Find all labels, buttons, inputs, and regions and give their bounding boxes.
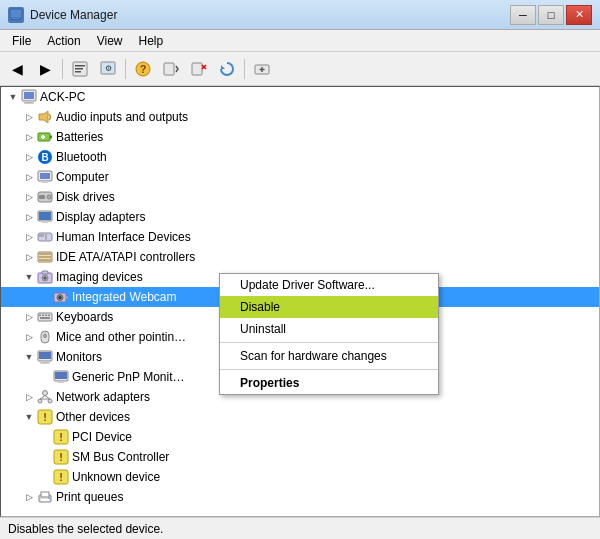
svg-rect-58	[48, 315, 50, 317]
scan-button[interactable]	[158, 56, 184, 82]
pnpmonitor-icon	[53, 369, 69, 385]
main-area: ▼ ACK-PC ▷ Audio inputs and outputs	[0, 86, 600, 517]
disk-toggle[interactable]: ▷	[21, 189, 37, 205]
tree-item-unknown[interactable]: ! Unknown device	[1, 467, 599, 487]
menu-file[interactable]: File	[4, 32, 39, 50]
audio-label: Audio inputs and outputs	[56, 110, 188, 124]
tree-item-other[interactable]: ▼ ! Other devices	[1, 407, 599, 427]
batteries-icon	[37, 129, 53, 145]
display-label: Display adapters	[56, 210, 145, 224]
batteries-toggle[interactable]: ▷	[21, 129, 37, 145]
svg-point-70	[43, 391, 48, 396]
audio-icon	[37, 109, 53, 125]
svg-point-87	[48, 497, 50, 499]
mice-label: Mice and other pointin…	[56, 330, 186, 344]
back-button[interactable]: ◀	[4, 56, 30, 82]
svg-marker-15	[221, 65, 225, 69]
properties-button[interactable]	[67, 56, 93, 82]
menu-view[interactable]: View	[89, 32, 131, 50]
pci-icon: !	[53, 429, 69, 445]
close-button[interactable]: ✕	[566, 5, 592, 25]
pci-toggle	[37, 429, 53, 445]
ctx-properties[interactable]: Properties	[220, 372, 438, 394]
unknown-toggle	[37, 469, 53, 485]
ctx-update-driver[interactable]: Update Driver Software...	[220, 274, 438, 296]
display-icon	[37, 209, 53, 225]
imaging-toggle[interactable]: ▼	[21, 269, 37, 285]
svg-rect-11	[164, 63, 174, 75]
print-toggle[interactable]: ▷	[21, 489, 37, 505]
tree-item-audio[interactable]: ▷ Audio inputs and outputs	[1, 107, 599, 127]
svg-rect-56	[42, 315, 44, 317]
svg-point-34	[47, 195, 51, 199]
maximize-button[interactable]: □	[538, 5, 564, 25]
svg-rect-37	[39, 212, 51, 220]
display-toggle[interactable]: ▷	[21, 209, 37, 225]
tree-item-computer[interactable]: ▷ Computer	[1, 167, 599, 187]
audio-toggle[interactable]: ▷	[21, 109, 37, 125]
ctx-scan[interactable]: Scan for hardware changes	[220, 345, 438, 367]
svg-marker-23	[39, 111, 48, 123]
minimize-button[interactable]: ─	[510, 5, 536, 25]
computer-label: Computer	[56, 170, 109, 184]
tree-item-print[interactable]: ▷ Print queues	[1, 487, 599, 507]
bluetooth-toggle[interactable]: ▷	[21, 149, 37, 165]
mice-icon	[37, 329, 53, 345]
svg-rect-86	[41, 499, 49, 501]
tree-item-hid[interactable]: ▷ Human Interface Devices	[1, 227, 599, 247]
hid-toggle[interactable]: ▷	[21, 229, 37, 245]
root-label: ACK-PC	[40, 90, 85, 104]
svg-rect-53	[66, 296, 68, 299]
forward-button[interactable]: ▶	[32, 56, 58, 82]
tree-item-bluetooth[interactable]: ▷ B Bluetooth	[1, 147, 599, 167]
ide-toggle[interactable]: ▷	[21, 249, 37, 265]
svg-text:!: !	[43, 411, 47, 423]
svg-rect-57	[45, 315, 47, 317]
add-hardware-button[interactable]	[249, 56, 275, 82]
help-button[interactable]: ?	[130, 56, 156, 82]
other-toggle[interactable]: ▼	[21, 409, 37, 425]
svg-rect-5	[75, 68, 83, 70]
pci-label: PCI Device	[72, 430, 132, 444]
tree-item-batteries[interactable]: ▷ Batteries	[1, 127, 599, 147]
svg-rect-20	[24, 92, 34, 99]
svg-text:!: !	[59, 451, 63, 463]
svg-rect-68	[55, 372, 67, 379]
svg-rect-44	[39, 256, 51, 258]
hid-icon	[37, 229, 53, 245]
network-icon	[37, 389, 53, 405]
print-icon	[37, 489, 53, 505]
svg-text:B: B	[41, 152, 48, 163]
uninstall-button[interactable]	[186, 56, 212, 82]
update-driver-button[interactable]: ⚙	[95, 56, 121, 82]
refresh-button[interactable]	[214, 56, 240, 82]
tree-item-display[interactable]: ▷ Display adapters	[1, 207, 599, 227]
monitors-toggle[interactable]: ▼	[21, 349, 37, 365]
network-toggle[interactable]: ▷	[21, 389, 37, 405]
root-toggle[interactable]: ▼	[5, 89, 21, 105]
mice-toggle[interactable]: ▷	[21, 329, 37, 345]
svg-rect-66	[40, 363, 50, 364]
device-tree[interactable]: ▼ ACK-PC ▷ Audio inputs and outputs	[0, 86, 600, 517]
imaging-icon	[37, 269, 53, 285]
svg-rect-49	[42, 271, 48, 274]
computer-toggle[interactable]: ▷	[21, 169, 37, 185]
webcam-icon	[53, 289, 69, 305]
tree-item-pci[interactable]: ! PCI Device	[1, 427, 599, 447]
menu-action[interactable]: Action	[39, 32, 88, 50]
svg-rect-31	[40, 173, 50, 179]
title-bar-left: Device Manager	[8, 7, 117, 23]
ctx-uninstall[interactable]: Uninstall	[220, 318, 438, 340]
keyboards-toggle[interactable]: ▷	[21, 309, 37, 325]
svg-rect-4	[75, 65, 85, 67]
tree-item-ide[interactable]: ▷ IDE ATA/ATAPI controllers	[1, 247, 599, 267]
svg-point-48	[44, 277, 47, 280]
menu-help[interactable]: Help	[131, 32, 172, 50]
ctx-disable[interactable]: Disable	[220, 296, 438, 318]
svg-rect-85	[41, 492, 49, 497]
tree-root[interactable]: ▼ ACK-PC	[1, 87, 599, 107]
tree-item-smbus[interactable]: ! SM Bus Controller	[1, 447, 599, 467]
svg-rect-6	[75, 71, 81, 73]
tree-item-disk[interactable]: ▷ Disk drives	[1, 187, 599, 207]
window-controls[interactable]: ─ □ ✕	[510, 5, 592, 25]
